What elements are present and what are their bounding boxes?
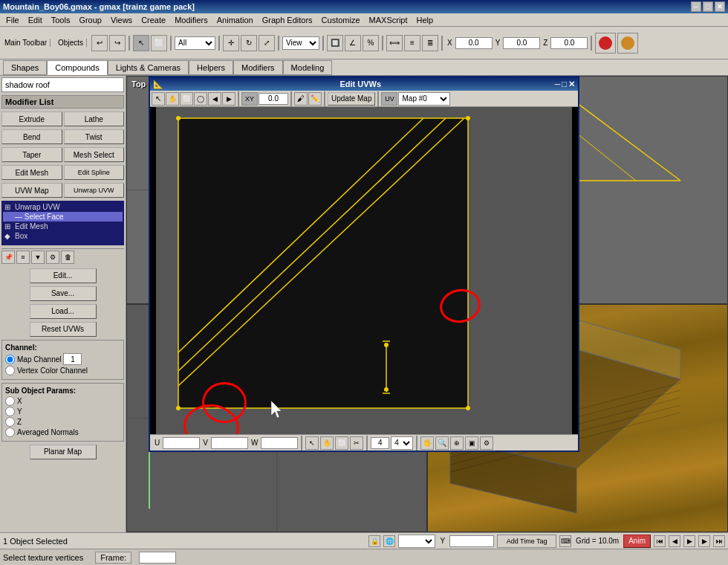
tab-helpers[interactable]: Helpers — [189, 60, 233, 75]
y-input[interactable] — [503, 37, 540, 49]
layer-button[interactable]: ≣ — [422, 35, 438, 51]
tab-lights-cameras[interactable]: Lights & Cameras — [108, 60, 189, 75]
tab-shapes[interactable]: Shapes — [3, 60, 47, 75]
uvw-pan-tool[interactable]: ✋ — [166, 92, 179, 106]
twist-button[interactable]: Twist — [64, 129, 125, 144]
move-button[interactable]: ✛ — [223, 35, 239, 51]
menu-maxscript[interactable]: MAXScript — [365, 15, 412, 25]
uvw-u-input[interactable] — [163, 437, 200, 449]
menu-tools[interactable]: Tools — [47, 15, 75, 25]
close-button[interactable]: ✕ — [715, 1, 725, 12]
snap-toggle[interactable]: 🔲 — [327, 35, 343, 51]
coord-system-select[interactable] — [398, 535, 435, 548]
save-btn[interactable]: Save... — [30, 286, 97, 301]
menu-views[interactable]: Views — [106, 15, 137, 25]
uvw-minimize[interactable]: ─ — [555, 80, 561, 89]
percent-snap[interactable]: % — [363, 35, 379, 51]
menu-edit[interactable]: Edit — [24, 15, 47, 25]
load-btn[interactable]: Load... — [30, 304, 97, 319]
uvw-options-icon[interactable]: ⚙ — [480, 436, 493, 450]
delete-button[interactable]: 🗑 — [61, 251, 74, 264]
lathe-button[interactable]: Lathe — [64, 112, 125, 126]
uvw-brush-icon[interactable]: ✏️ — [308, 92, 322, 106]
menu-help[interactable]: Help — [412, 15, 438, 25]
map-channel-input[interactable] — [63, 353, 82, 365]
stack-select-face[interactable]: — Select Face — [3, 212, 123, 222]
select-button[interactable]: ↖ — [133, 35, 149, 51]
bend-button[interactable]: Bend — [1, 129, 62, 144]
tab-modifiers[interactable]: Modifiers — [233, 60, 283, 75]
stack-edit-mesh[interactable]: ⊞ Edit Mesh — [3, 222, 123, 231]
extrude-button[interactable]: Extrude — [1, 112, 62, 126]
menu-graph-editors[interactable]: Graph Editors — [258, 15, 317, 25]
planar-map-btn[interactable]: Planar Map — [30, 445, 97, 459]
uvw-uv-toggle[interactable]: UV — [381, 92, 397, 106]
uvw-canvas-area[interactable] — [150, 107, 578, 434]
uvw-close[interactable]: ✕ — [568, 80, 575, 89]
update-map-button[interactable]: Update Map — [328, 92, 375, 106]
uvw-w-input[interactable] — [261, 437, 298, 449]
menu-animation[interactable]: Animation — [212, 15, 258, 25]
uvw-prev-button[interactable]: ◀ — [208, 92, 221, 106]
material-button[interactable] — [595, 33, 616, 54]
anim-button[interactable]: Anim — [623, 535, 651, 548]
uvw-bottom-tool-3[interactable]: ⬜ — [335, 436, 348, 450]
undo-button[interactable]: ↩ — [91, 35, 108, 51]
edit-spline-button[interactable]: Edit Spline — [64, 165, 125, 180]
uvw-bottom-tool-2[interactable]: ✋ — [320, 436, 334, 450]
uvw-bottom-tool-1[interactable]: ↖ — [305, 436, 319, 450]
uvw-v-input[interactable] — [211, 437, 248, 449]
angle-snap[interactable]: ∠ — [345, 35, 361, 51]
uvw-select-tool[interactable]: ⬜ — [180, 92, 193, 106]
uvw-weld-tool[interactable]: ◯ — [194, 92, 207, 106]
uvw-value-input[interactable] — [259, 93, 288, 105]
prev-btn[interactable]: ◀ — [669, 535, 680, 547]
uvw-xy-toggle[interactable]: XY — [241, 92, 258, 106]
render-button[interactable] — [617, 33, 638, 54]
uvw-paint-icon[interactable]: 🖌 — [294, 92, 308, 106]
uvw-fit-icon[interactable]: ⊕ — [450, 436, 464, 450]
x-radio[interactable] — [5, 396, 15, 406]
prev-frame[interactable]: ⏮ — [654, 535, 666, 547]
x-input[interactable] — [455, 37, 493, 49]
uvw-zoom-icon[interactable]: 🔍 — [435, 436, 449, 450]
object-name-field[interactable] — [1, 77, 124, 92]
map-channel-radio[interactable] — [5, 355, 15, 364]
uvw-zoom-select[interactable]: 4 8 — [391, 436, 413, 450]
config-button[interactable]: ⚙ — [46, 251, 59, 264]
mesh-select-button[interactable]: Mesh Select — [64, 147, 125, 162]
uvw-zoom-input[interactable] — [371, 437, 389, 449]
menu-group[interactable]: Group — [74, 15, 106, 25]
uvw-maximize[interactable]: □ — [562, 80, 567, 89]
y-radio[interactable] — [5, 407, 15, 416]
uvw-next-button[interactable]: ▶ — [222, 92, 235, 106]
menu-modifiers[interactable]: Modifiers — [170, 15, 212, 25]
menu-create[interactable]: Create — [137, 15, 170, 25]
vertex-color-radio[interactable] — [5, 366, 15, 375]
tab-modeling[interactable]: Modeling — [283, 60, 333, 75]
menu-file[interactable]: File — [1, 15, 24, 25]
uvw-map-button[interactable]: UVW Map — [1, 183, 62, 198]
align-button[interactable]: ≡ — [404, 35, 420, 51]
uvw-bottom-tool-4[interactable]: ✂ — [350, 436, 363, 450]
window-controls[interactable]: ─ □ ✕ — [691, 1, 725, 12]
world-icon[interactable]: 🌐 — [383, 535, 395, 547]
show-all-button[interactable]: ≡ — [16, 251, 30, 264]
lock-icon[interactable]: 🔒 — [368, 535, 380, 547]
unwrap-uvw-button[interactable]: Unwrap UVW — [64, 183, 125, 198]
uvw-move-tool[interactable]: ↖ — [152, 92, 165, 106]
mirror-button[interactable]: ⟺ — [386, 35, 403, 51]
uvw-window-controls[interactable]: ─ □ ✕ — [555, 80, 575, 89]
reset-uvws-btn[interactable]: Reset UVWs — [30, 322, 97, 337]
stack-box[interactable]: ◆ Box — [3, 231, 123, 241]
add-time-tag-btn[interactable]: Add Time Tag — [497, 535, 556, 548]
kbd-icon[interactable]: ⌨ — [559, 535, 571, 547]
next-frame[interactable]: ⏭ — [713, 535, 725, 547]
pin-button[interactable]: 📌 — [1, 251, 15, 264]
view-dropdown[interactable]: View Screen World — [282, 36, 319, 50]
uvw-render-icon[interactable]: ▣ — [465, 436, 478, 450]
edit-mesh-button[interactable]: Edit Mesh — [1, 165, 62, 180]
frame-input[interactable] — [139, 552, 176, 564]
scale-button[interactable]: ⤢ — [259, 35, 275, 51]
next-btn[interactable]: ▶ — [698, 535, 710, 547]
